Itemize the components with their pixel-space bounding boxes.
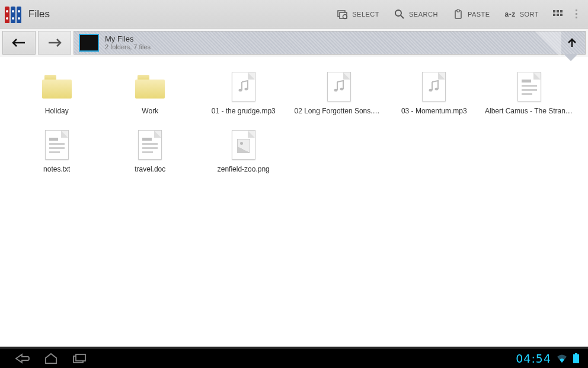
arrow-right-icon <box>46 37 63 48</box>
action-bar: Files SELECT SEARCH PASTE a-z SORT <box>0 0 588 28</box>
document-file-icon <box>517 72 541 101</box>
nav-forward-button[interactable] <box>38 31 71 55</box>
search-button[interactable]: SEARCH <box>386 0 445 28</box>
grid-view-icon <box>552 8 564 20</box>
image-file-icon <box>232 130 255 160</box>
nav-back-button[interactable] <box>2 31 36 55</box>
svg-rect-8 <box>557 10 559 12</box>
item-label: travel.doc <box>135 165 165 173</box>
folder-icon <box>135 75 165 99</box>
music-file-icon <box>232 72 255 101</box>
breadcrumb[interactable]: My Files 2 folders, 7 files <box>74 31 586 55</box>
folder-icon <box>42 75 72 99</box>
wifi-icon[interactable] <box>556 354 568 363</box>
sort-button[interactable]: a-z SORT <box>497 0 546 28</box>
svg-rect-10 <box>553 14 555 16</box>
item-label: 01 - the grudge.mp3 <box>212 107 276 115</box>
sort-az-icon: a-z <box>504 8 516 20</box>
svg-rect-7 <box>553 10 555 12</box>
search-icon <box>394 8 405 20</box>
file-item[interactable]: notes.txt <box>12 127 102 176</box>
nav-row: My Files 2 folders, 7 files <box>0 28 588 57</box>
svg-point-17 <box>244 88 248 91</box>
file-item[interactable]: Albert Camus - The Stranger.pdf <box>482 69 576 118</box>
svg-point-20 <box>429 89 433 92</box>
item-label: Albert Camus - The Stranger.pdf <box>485 107 574 115</box>
system-nav-bar: 04:54 <box>0 347 588 368</box>
select-icon <box>337 8 349 20</box>
select-button[interactable]: SELECT <box>330 0 386 28</box>
file-item[interactable]: 02 Long Forgotten Sons.mp3 <box>292 69 386 118</box>
item-label: notes.txt <box>43 165 70 173</box>
item-label: Work <box>142 107 158 115</box>
item-label: 03 - Momentum.mp3 <box>401 107 467 115</box>
folder-item[interactable]: Work <box>106 69 196 118</box>
sort-label: SORT <box>520 11 539 18</box>
svg-rect-6 <box>457 9 459 12</box>
item-label: Holiday <box>45 107 69 115</box>
svg-point-19 <box>340 88 343 91</box>
sys-home-icon <box>44 353 58 364</box>
overflow-menu-button[interactable] <box>570 0 583 28</box>
sys-recents-icon <box>72 353 87 364</box>
battery-icon[interactable] <box>573 353 580 364</box>
svg-line-4 <box>401 15 404 18</box>
svg-point-3 <box>395 10 401 16</box>
svg-rect-11 <box>557 14 559 16</box>
select-label: SELECT <box>352 11 379 18</box>
svg-rect-9 <box>560 10 563 12</box>
file-item[interactable]: zenfield-zoo.png <box>199 127 289 176</box>
document-file-icon <box>138 130 162 160</box>
paste-button[interactable]: PASTE <box>445 0 497 28</box>
system-clock[interactable]: 04:54 <box>516 352 551 365</box>
svg-point-21 <box>435 88 439 91</box>
item-label: 02 Long Forgotten Sons.mp3 <box>295 107 384 115</box>
file-item[interactable]: 03 - Momentum.mp3 <box>389 69 480 118</box>
app-icon <box>5 5 23 23</box>
paste-label: PASTE <box>468 11 490 18</box>
folder-item[interactable]: Holiday <box>12 69 102 118</box>
arrow-left-icon <box>11 37 27 48</box>
app-title: Files <box>28 8 50 20</box>
file-item[interactable]: 01 - the grudge.mp3 <box>199 69 289 118</box>
svg-rect-25 <box>573 354 579 363</box>
breadcrumb-title: My Files <box>105 34 151 44</box>
sys-back-icon <box>15 353 30 364</box>
sys-recents-button[interactable] <box>65 350 94 367</box>
music-file-icon <box>327 72 351 101</box>
svg-point-18 <box>334 89 337 92</box>
location-thumb-icon <box>79 34 99 52</box>
svg-rect-12 <box>560 14 563 16</box>
arrow-up-icon <box>566 37 578 49</box>
music-file-icon <box>422 72 446 101</box>
svg-rect-23 <box>76 354 85 361</box>
sys-home-button[interactable] <box>37 350 65 367</box>
svg-rect-24 <box>575 353 577 354</box>
item-label: zenfield-zoo.png <box>218 165 270 173</box>
sys-back-button[interactable] <box>8 350 37 367</box>
file-grid: HolidayWork01 - the grudge.mp302 Long Fo… <box>0 57 588 188</box>
breadcrumb-subtitle: 2 folders, 7 files <box>105 43 151 51</box>
file-item[interactable]: travel.doc <box>106 127 196 176</box>
paste-icon <box>452 8 464 20</box>
document-file-icon <box>45 130 69 160</box>
search-label: SEARCH <box>409 11 438 18</box>
view-grid-button[interactable] <box>546 0 570 28</box>
svg-point-16 <box>238 89 242 92</box>
nav-up-button[interactable] <box>565 36 579 50</box>
